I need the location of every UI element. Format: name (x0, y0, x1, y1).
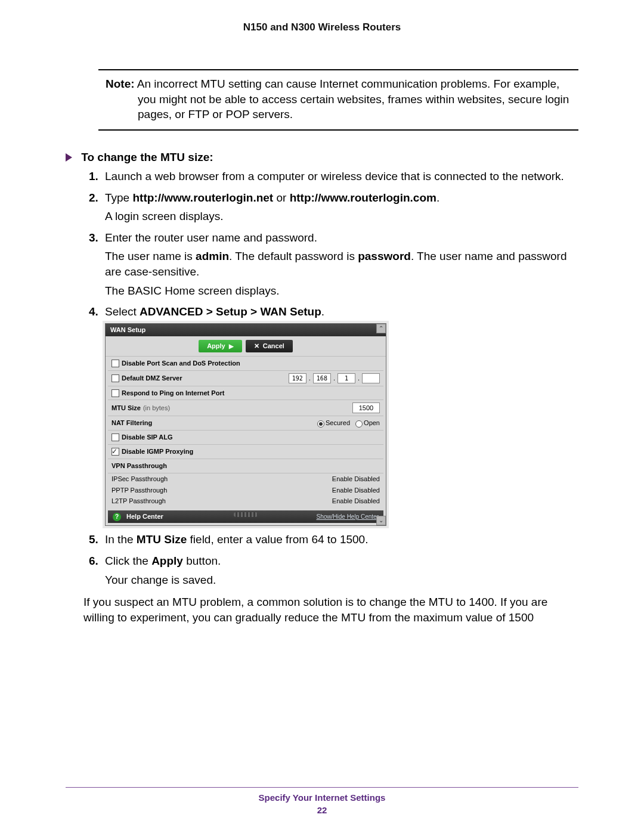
dmz-o2[interactable]: 168 (313, 373, 331, 383)
grip-icon[interactable] (234, 512, 258, 517)
step-6: Click the Apply button. Your change is s… (101, 553, 578, 587)
checkbox-disable-portscan[interactable] (112, 360, 119, 367)
label-respond-ping: Respond to Ping on Internet Port (122, 389, 224, 398)
step-2-pre: Type (105, 191, 132, 204)
label-disabled-1: Disabled (354, 475, 380, 482)
step-5: In the MTU Size field, enter a value fro… (101, 532, 578, 547)
step-2: Type http://www.routerlogin.net or http:… (101, 190, 578, 224)
radio-secured[interactable] (317, 420, 324, 428)
page-footer: Specify Your Internet Settings 22 (66, 787, 578, 815)
label-disable-igmp: Disable IGMP Proxying (122, 447, 193, 456)
s3d: password (358, 250, 411, 262)
ipsec-options: Enable Disabled (332, 475, 380, 484)
step-1: Launch a web browser from a computer or … (101, 169, 578, 184)
l2tp-options: Enable Disabled (332, 497, 380, 506)
dmz-o4[interactable] (362, 373, 380, 383)
step-1-text: Launch a web browser from a computer or … (105, 170, 564, 182)
vpn-heading: VPN Passthrough (108, 459, 383, 473)
chevron-right-icon (66, 153, 72, 162)
row-l2tp: L2TP Passthrough Enable Disabled (108, 496, 383, 507)
label-disabled-3: Disabled (354, 497, 380, 504)
label-disable-portscan: Disable Port Scan and DoS Protection (122, 359, 240, 368)
apply-button[interactable]: Apply ▶ (199, 340, 242, 352)
checkbox-disable-sip[interactable] (112, 433, 119, 441)
s5b: MTU Size (137, 533, 187, 546)
wan-setup-title: WAN Setup (106, 324, 386, 336)
running-header: N150 and N300 Wireless Routers (66, 21, 578, 33)
checkbox-disable-igmp[interactable] (112, 448, 119, 456)
row-disable-sip: Disable SIP ALG (108, 431, 383, 445)
s6a: Click the (105, 555, 151, 567)
mtu-size-input[interactable]: 1500 (352, 402, 380, 413)
label-pptp: PPTP Passthrough (112, 486, 167, 495)
s3c: . The default password is (229, 250, 358, 262)
step-2-p2: A login screen displays. (105, 209, 578, 224)
dmz-o1[interactable]: 192 (289, 373, 306, 383)
apply-label: Apply (207, 342, 225, 351)
label-enable-1: Enable (332, 475, 352, 482)
trailing-paragraph: If you suspect an MTU problem, a common … (83, 594, 578, 625)
label-secured: Secured (326, 419, 350, 426)
s3b: admin (196, 250, 229, 262)
button-bar: Apply ▶ ✕ Cancel (106, 336, 386, 357)
pptp-options: Enable Disabled (332, 486, 380, 495)
checkbox-respond-ping[interactable] (112, 389, 119, 397)
s3a: The user name is (105, 250, 196, 262)
help-center-bar[interactable]: ? Help Center Show/Hide Help Center (108, 510, 383, 523)
label-mtu-a: MTU Size (112, 404, 141, 413)
step-3-p2: The user name is admin. The default pass… (105, 249, 578, 279)
note-body: An incorrect MTU setting can cause Inter… (137, 78, 569, 120)
procedure-steps: Launch a web browser from a computer or … (66, 169, 578, 587)
label-enable-3: Enable (332, 497, 352, 504)
checkbox-default-dmz[interactable] (112, 374, 119, 382)
radio-open[interactable] (355, 420, 363, 428)
step-2-mid: or (273, 191, 289, 204)
procedure-heading: To change the MTU size: (66, 151, 578, 164)
wan-setup-screenshot: ⌃ WAN Setup Apply ▶ ✕ Cancel (105, 323, 386, 526)
cancel-label: Cancel (263, 342, 284, 351)
note-label: Note: (106, 78, 135, 90)
dmz-o3[interactable]: 1 (338, 373, 355, 383)
row-nat-filtering: NAT Filtering Secured Open (108, 416, 383, 431)
step-3: Enter the router user name and password.… (101, 230, 578, 299)
step-4-post: . (321, 305, 324, 318)
step-2-post: . (436, 191, 439, 204)
dmz-octets: 192. 168. 1. (289, 373, 380, 383)
show-hide-link[interactable]: Show/Hide Help Center (317, 513, 379, 521)
step-4-b: ADVANCED > Setup > WAN Setup (140, 305, 321, 318)
s6b: Apply (151, 555, 183, 567)
s6c: button. (183, 555, 221, 567)
chevron-right-icon: ▶ (229, 342, 234, 351)
label-disable-sip: Disable SIP ALG (122, 433, 173, 442)
step-3-p3: The BASIC Home screen displays. (105, 283, 578, 299)
scroll-down-icon[interactable]: ⌄ (376, 516, 386, 525)
s5a: In the (105, 533, 137, 546)
help-label: Help Center (126, 513, 163, 520)
footer-page-number: 22 (66, 805, 578, 815)
step-3-p1: Enter the router user name and password. (105, 231, 317, 244)
document-page: N150 and N300 Wireless Routers Note: An … (0, 0, 644, 833)
row-disable-portscan: Disable Port Scan and DoS Protection (108, 357, 383, 371)
s5c: field, enter a value from 64 to 1500. (187, 533, 368, 546)
row-disable-igmp: Disable IGMP Proxying (108, 445, 383, 459)
step-4-pre: Select (105, 305, 140, 318)
procedure-heading-text: To change the MTU size: (81, 151, 213, 163)
label-disabled-2: Disabled (354, 487, 380, 494)
label-nat: NAT Filtering (112, 419, 152, 428)
note-box: Note: An incorrect MTU setting can cause… (98, 69, 578, 131)
row-pptp: PPTP Passthrough Enable Disabled (108, 485, 383, 496)
label-open: Open (364, 419, 380, 426)
step-2-url1: http://www.routerlogin.net (132, 191, 273, 204)
scroll-up-icon[interactable]: ⌃ (376, 324, 386, 333)
close-icon: ✕ (254, 342, 259, 351)
cancel-button[interactable]: ✕ Cancel (246, 340, 293, 352)
step-2-url2: http://www.routerlogin.com (290, 191, 436, 204)
label-mtu-b: (in bytes) (143, 404, 170, 413)
nat-options: Secured Open (314, 419, 380, 428)
wan-setup-body: Disable Port Scan and DoS Protection Def… (106, 357, 386, 526)
help-icon: ? (113, 513, 121, 521)
row-ipsec: IPSec Passthrough Enable Disabled (108, 473, 383, 485)
row-respond-ping: Respond to Ping on Internet Port (108, 386, 383, 401)
note-text: Note: An incorrect MTU setting can cause… (102, 76, 575, 122)
row-default-dmz: Default DMZ Server 192. 168. 1. (108, 371, 383, 386)
